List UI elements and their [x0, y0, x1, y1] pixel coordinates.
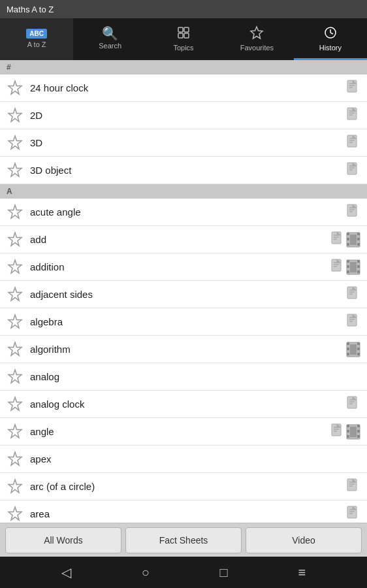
svg-marker-69 — [8, 342, 22, 355]
list-item[interactable]: algebra — [0, 308, 367, 336]
title-bar: Maths A to Z — [0, 0, 367, 18]
list-item[interactable]: analog clock — [0, 391, 367, 418]
list-item[interactable]: acute angle — [0, 199, 367, 226]
star-icon[interactable] — [7, 107, 24, 124]
doc-icon — [346, 80, 360, 97]
item-text: apex — [30, 453, 360, 465]
search-icon: 🔍 — [102, 27, 118, 40]
item-text: arc (of a circle) — [30, 481, 346, 492]
svg-rect-34 — [332, 232, 341, 244]
item-text: acute angle — [30, 206, 346, 218]
list-item[interactable]: apex — [0, 446, 367, 473]
all-words-button[interactable]: All Words — [5, 527, 121, 553]
svg-rect-47 — [332, 259, 341, 271]
svg-rect-73 — [347, 348, 349, 350]
nav-history[interactable]: History — [294, 18, 367, 60]
list-item[interactable]: adjacent sides — [0, 281, 367, 308]
doc-icon — [346, 135, 360, 152]
film-icon — [346, 423, 360, 440]
doc-icon — [346, 107, 360, 124]
svg-marker-4 — [251, 27, 263, 39]
star-icon[interactable] — [7, 259, 24, 276]
nav-favourites-label: Favourites — [240, 44, 274, 52]
svg-rect-40 — [357, 233, 360, 235]
list-item[interactable]: 24 hour clock — [0, 74, 367, 102]
list-item[interactable]: algorithm — [0, 336, 367, 363]
star-icon[interactable] — [7, 368, 24, 385]
svg-rect-80 — [347, 397, 357, 408]
star-icon[interactable] — [7, 451, 24, 468]
nav-topics[interactable]: Topics — [147, 18, 220, 60]
nav-search-label: Search — [99, 42, 121, 50]
star-icon[interactable] — [7, 423, 24, 440]
star-icon[interactable] — [7, 231, 24, 248]
item-icons — [330, 231, 360, 248]
list-item[interactable]: area — [0, 500, 367, 523]
item-icons — [346, 107, 360, 124]
svg-rect-0 — [178, 27, 183, 32]
svg-rect-90 — [347, 425, 349, 427]
svg-marker-8 — [8, 81, 22, 94]
doc-icon — [330, 259, 345, 276]
star-icon[interactable] — [7, 135, 24, 152]
item-icons — [346, 162, 360, 179]
nav-favourites[interactable]: Favourites — [220, 18, 293, 60]
fact-sheets-button[interactable]: Fact Sheets — [125, 527, 242, 553]
svg-rect-9 — [347, 80, 357, 92]
doc-icon — [346, 478, 360, 495]
item-text: area — [30, 508, 346, 519]
item-text: adjacent sides — [30, 289, 346, 300]
svg-marker-28 — [8, 205, 22, 218]
star-icon[interactable] — [7, 478, 24, 495]
star-icon[interactable] — [7, 162, 24, 179]
svg-marker-46 — [8, 260, 22, 273]
star-icon[interactable] — [7, 204, 24, 221]
star-icon[interactable] — [7, 80, 24, 97]
item-icons — [346, 135, 360, 152]
star-icon[interactable] — [7, 341, 24, 358]
item-text: analog — [30, 371, 360, 382]
home-button[interactable]: ○ — [142, 565, 150, 580]
nav-atoz[interactable]: ABC A to Z — [0, 18, 73, 60]
item-icons — [346, 204, 360, 221]
svg-rect-60 — [347, 287, 357, 299]
film-icon — [346, 341, 360, 358]
star-icon[interactable] — [7, 506, 24, 523]
item-text: 2D — [30, 110, 346, 121]
item-icons — [346, 80, 360, 97]
menu-button[interactable]: ≡ — [298, 565, 306, 580]
svg-rect-14 — [347, 108, 357, 120]
list-item[interactable]: addition — [0, 253, 367, 281]
list-item[interactable]: add — [0, 226, 367, 253]
topics-icon — [176, 25, 191, 42]
item-text: analog clock — [30, 399, 346, 410]
item-text: 24 hour clock — [30, 82, 346, 93]
recent-apps-button[interactable]: □ — [220, 565, 228, 580]
star-icon[interactable] — [7, 286, 24, 303]
atoz-icon: ABC — [26, 29, 47, 39]
list-item[interactable]: 2D — [0, 102, 367, 129]
svg-marker-59 — [8, 287, 22, 301]
list-item[interactable]: 3D object — [0, 157, 367, 184]
history-icon — [323, 25, 338, 42]
list-item[interactable]: analog — [0, 363, 367, 391]
back-button[interactable]: ◁ — [61, 564, 71, 580]
svg-rect-39 — [347, 233, 349, 235]
svg-rect-77 — [350, 344, 357, 355]
list-item[interactable]: 3D — [0, 129, 367, 157]
video-button[interactable]: Video — [246, 527, 362, 553]
star-icon[interactable] — [7, 314, 24, 331]
svg-rect-3 — [184, 33, 189, 38]
list-item[interactable]: angle — [0, 418, 367, 446]
doc-icon — [330, 231, 345, 248]
svg-marker-18 — [8, 136, 22, 149]
android-nav-bar: ◁ ○ □ ≡ — [0, 557, 367, 588]
svg-rect-75 — [347, 353, 349, 355]
list-item[interactable]: arc (of a circle) — [0, 473, 367, 500]
svg-rect-52 — [347, 260, 349, 263]
item-icons — [346, 506, 360, 523]
nav-search[interactable]: 🔍 Search — [73, 18, 146, 60]
svg-rect-44 — [357, 243, 360, 246]
svg-marker-97 — [8, 452, 22, 465]
star-icon[interactable] — [7, 396, 24, 413]
